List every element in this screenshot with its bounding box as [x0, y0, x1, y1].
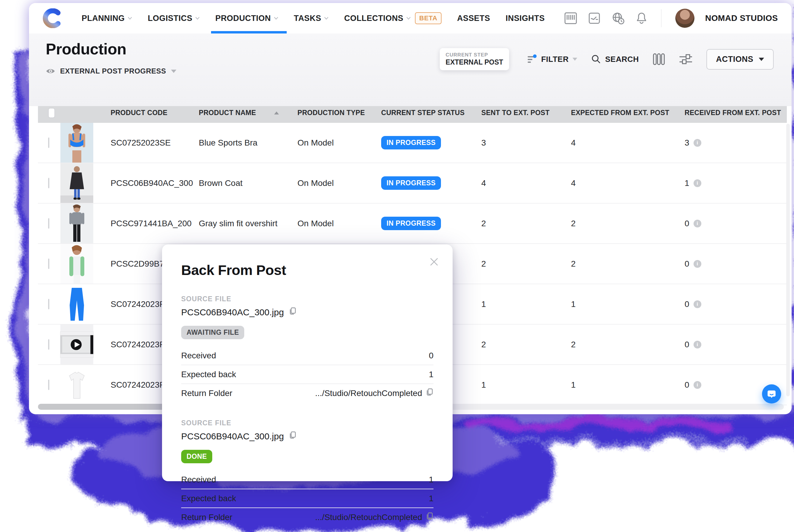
info-icon[interactable]: i: [694, 381, 701, 389]
thumbnail-cell: [60, 163, 105, 203]
barcode-icon[interactable]: [564, 12, 577, 24]
column-header[interactable]: CURRENT STEP STATUS: [376, 109, 476, 117]
actions-button[interactable]: ACTIONS: [706, 49, 774, 70]
row-checkbox[interactable]: [48, 299, 49, 309]
product-thumbnail[interactable]: [60, 244, 93, 284]
nav-item-planning[interactable]: PLANNING: [82, 3, 132, 34]
media-review-icon[interactable]: [588, 12, 601, 24]
column-header-label: CURRENT STEP STATUS: [381, 109, 465, 117]
row-checkbox[interactable]: [48, 137, 49, 148]
column-header[interactable]: PRODUCTION TYPE: [292, 109, 376, 117]
nav-item-label: TASKS: [294, 14, 321, 23]
chat-icon: [767, 389, 776, 399]
product-name-cell: Brown Coat: [193, 178, 292, 188]
received-row: Received0: [181, 346, 433, 365]
product-thumbnail[interactable]: [60, 365, 93, 405]
column-header-label: SENT TO EXT. POST: [481, 109, 549, 117]
expected-cell: 1: [566, 380, 679, 390]
received-cell: 0i: [679, 219, 787, 228]
product-thumbnail[interactable]: [60, 163, 93, 203]
received-value: 0: [685, 380, 689, 390]
thumbnail-cell: [60, 284, 105, 324]
sent-cell: 1: [476, 300, 566, 309]
info-icon[interactable]: i: [694, 260, 701, 268]
copy-icon[interactable]: [289, 431, 297, 441]
table-row[interactable]: PCSC06B940AC_300Brown CoatOn ModelIN PRO…: [38, 163, 787, 204]
search-icon: [591, 54, 601, 64]
product-thumbnail[interactable]: [60, 284, 93, 324]
product-thumbnail[interactable]: [60, 204, 93, 243]
source-file-label: SOURCE FILE: [181, 419, 433, 427]
info-icon[interactable]: i: [694, 300, 701, 308]
row-checkbox[interactable]: [48, 218, 49, 229]
expected-back-value: 1: [429, 494, 433, 503]
modal-sections: SOURCE FILEPCSC06B940AC_300.jpgAWAITING …: [181, 295, 433, 526]
filter-button[interactable]: FILTER: [527, 54, 577, 64]
column-header[interactable]: PRODUCT CODE: [105, 109, 193, 117]
close-icon[interactable]: [428, 256, 440, 268]
select-all-checkbox[interactable]: [48, 108, 55, 118]
nav-item-tasks[interactable]: TASKS: [294, 3, 329, 34]
received-value: 0: [429, 351, 433, 360]
table-header-row: PRODUCT CODEPRODUCT NAMEPRODUCTION TYPEC…: [38, 106, 787, 123]
column-header[interactable]: EXPECTED FROM EXT. POST: [566, 109, 679, 117]
row-checkbox[interactable]: [48, 178, 49, 188]
search-button[interactable]: SEARCH: [591, 54, 639, 64]
chevron-down-icon: [195, 17, 200, 20]
view-selector[interactable]: EXTERNAL POST PROGRESS: [46, 67, 176, 75]
thumbnail-cell: [60, 123, 105, 163]
received-label: Received: [181, 475, 216, 484]
screenshot-stage: PLANNINGLOGISTICSPRODUCTIONTASKSCOLLECTI…: [0, 0, 794, 532]
source-file-section: SOURCE FILEPCSC06B940AC_300.jpgAWAITING …: [181, 295, 433, 402]
beta-badge: BETA: [415, 12, 441, 24]
nav-item-collections[interactable]: COLLECTIONSBETA: [344, 3, 441, 34]
info-icon[interactable]: i: [694, 220, 701, 227]
product-code-cell: SC07252023SE: [105, 138, 193, 148]
nav-item-assets[interactable]: ASSETS: [457, 3, 490, 34]
row-checkbox[interactable]: [48, 380, 49, 390]
table-row[interactable]: PCSC971441BA_200Gray slim fit overshirtO…: [38, 204, 787, 244]
table-settings-button[interactable]: [679, 53, 693, 66]
eye-icon: [46, 68, 55, 74]
avatar[interactable]: [675, 9, 695, 28]
column-header[interactable]: SENT TO EXT. POST: [476, 109, 566, 117]
sliders-icon: [679, 53, 693, 66]
app-logo-icon[interactable]: [43, 8, 62, 28]
notifications-icon[interactable]: [636, 12, 647, 25]
thumbnail-cell: [60, 244, 105, 284]
product-thumbnail[interactable]: [60, 123, 93, 163]
row-select-cell: [38, 300, 60, 309]
top-nav: PLANNINGLOGISTICSPRODUCTIONTASKSCOLLECTI…: [29, 3, 792, 34]
column-header[interactable]: PRODUCT NAME: [193, 109, 292, 117]
info-icon[interactable]: i: [694, 139, 701, 147]
copy-icon[interactable]: [426, 388, 433, 398]
file-status-badge: AWAITING FILE: [181, 326, 244, 339]
product-thumbnail[interactable]: [60, 325, 93, 364]
vertical-scrollbar-track: [786, 124, 790, 396]
chat-launcher-button[interactable]: [762, 384, 781, 403]
source-file-section: SOURCE FILEPCSC06B940AC_300.jpgDONERecei…: [181, 419, 433, 526]
columns-toggle-button[interactable]: [653, 53, 665, 66]
row-checkbox[interactable]: [48, 259, 49, 269]
nav-item-insights[interactable]: INSIGHTS: [506, 3, 545, 34]
received-cell: 0i: [679, 259, 787, 269]
column-header[interactable]: RECEIVED FROM EXT. POST: [679, 109, 787, 117]
sent-cell: 2: [476, 219, 566, 228]
info-icon[interactable]: i: [694, 179, 701, 187]
global-time-icon[interactable]: [611, 12, 625, 25]
copy-icon[interactable]: [289, 307, 297, 318]
sent-cell: 1: [476, 380, 566, 390]
copy-icon[interactable]: [426, 512, 433, 522]
account-name[interactable]: NOMAD STUDIOS: [705, 14, 778, 23]
row-select-cell: [38, 138, 60, 148]
nav-item-production[interactable]: PRODUCTION: [215, 3, 278, 34]
return-folder-label: Return Folder: [181, 513, 232, 522]
info-icon[interactable]: i: [694, 341, 701, 348]
received-value: 1: [685, 178, 689, 188]
table-row[interactable]: SC07252023SEBlue Sports BraOn ModelIN PR…: [38, 123, 787, 163]
sent-cell: 2: [476, 340, 566, 349]
row-checkbox[interactable]: [48, 339, 49, 350]
nav-item-logistics[interactable]: LOGISTICS: [148, 3, 200, 34]
nav-divider: [661, 9, 662, 27]
chevron-down-icon: [128, 17, 132, 20]
